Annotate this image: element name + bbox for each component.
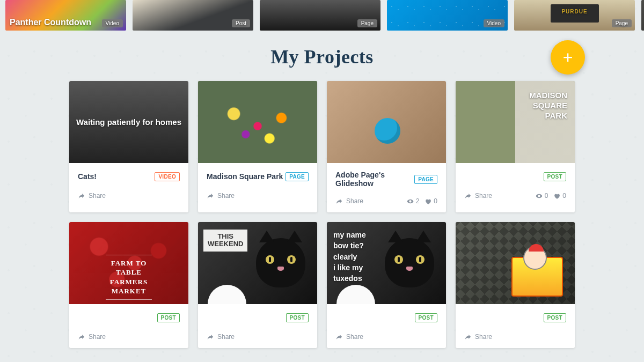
project-meta: POST bbox=[456, 304, 575, 329]
project-meta: Adobe Page's GlideshowPAGE bbox=[327, 163, 446, 193]
thumb-overlay-text: Waiting patiently for homes bbox=[76, 117, 181, 127]
project-type-badge: POST bbox=[544, 313, 566, 322]
featured-badge: Post bbox=[232, 19, 250, 27]
project-meta: POST bbox=[198, 304, 317, 329]
share-button[interactable]: Share bbox=[207, 333, 235, 341]
project-card[interactable]: Waiting patiently for homesCats!VIDEOSha… bbox=[69, 81, 188, 212]
project-type-badge: VIDEO bbox=[155, 172, 180, 181]
project-footer: Share20 bbox=[327, 193, 446, 212]
views-stat: 2 bbox=[407, 197, 420, 205]
project-type-badge: POST bbox=[415, 313, 437, 322]
featured-card[interactable]: Video bbox=[387, 0, 508, 31]
project-card[interactable]: my namebow tie?clearlyi like mytuxedosPO… bbox=[327, 222, 446, 348]
project-footer: Share bbox=[198, 188, 317, 207]
project-footer: Share bbox=[456, 329, 575, 348]
share-button[interactable]: Share bbox=[335, 197, 363, 205]
share-label: Share bbox=[89, 192, 106, 200]
project-footer: Share bbox=[69, 188, 188, 207]
project-thumbnail[interactable] bbox=[198, 81, 317, 163]
project-type-badge: POST bbox=[286, 313, 309, 322]
add-project-button[interactable]: + bbox=[551, 40, 585, 75]
project-card[interactable]: Madison Square ParkPAGEShare bbox=[198, 81, 317, 212]
project-thumbnail[interactable] bbox=[327, 81, 446, 163]
thumb-overlay-text: MADISONSQUAREPARK bbox=[529, 91, 567, 121]
brand-label: PURDUE bbox=[561, 9, 587, 14]
project-meta: POST bbox=[69, 304, 188, 329]
project-card[interactable]: FARM TOTABLEFARMERSMARKETPOSTShare bbox=[69, 222, 188, 348]
project-type-badge: PAGE bbox=[286, 172, 309, 181]
project-footer: Share bbox=[198, 329, 317, 348]
share-button[interactable]: Share bbox=[78, 333, 106, 341]
project-thumbnail[interactable]: THISWEEKEND bbox=[198, 222, 317, 304]
project-thumbnail[interactable]: MADISONSQUAREPARK bbox=[456, 81, 575, 163]
project-card[interactable]: POSTShare bbox=[456, 222, 575, 348]
share-label: Share bbox=[217, 192, 235, 200]
featured-card[interactable]: PURDUEPage bbox=[514, 0, 635, 31]
project-thumbnail[interactable] bbox=[456, 222, 575, 304]
project-meta: Cats!VIDEO bbox=[69, 163, 188, 188]
plus-icon: + bbox=[563, 48, 573, 68]
project-footer: Share bbox=[69, 329, 188, 348]
project-card[interactable]: THISWEEKENDPOSTShare bbox=[198, 222, 317, 348]
page-header: My Projects + bbox=[0, 31, 644, 81]
project-thumbnail[interactable]: my namebow tie?clearlyi like mytuxedos bbox=[327, 222, 446, 304]
share-button[interactable]: Share bbox=[207, 192, 235, 200]
thumb-overlay-text: my namebow tie?clearlyi like mytuxedos bbox=[333, 230, 366, 284]
share-label: Share bbox=[475, 192, 492, 200]
thumb-overlay-text: FARM TOTABLEFARMERSMARKET bbox=[106, 255, 152, 300]
project-footer: Share bbox=[327, 329, 446, 348]
clown-illustration bbox=[523, 246, 547, 270]
project-title: Adobe Page's Glideshow bbox=[335, 171, 414, 188]
share-button[interactable]: Share bbox=[464, 333, 492, 341]
likes-stat: 0 bbox=[425, 197, 437, 205]
project-title: Cats! bbox=[78, 172, 97, 181]
featured-badge: Video bbox=[102, 19, 123, 27]
share-label: Share bbox=[89, 333, 106, 341]
featured-badge: Page bbox=[357, 19, 377, 27]
featured-card[interactable]: Post bbox=[641, 0, 644, 31]
cat-illustration bbox=[256, 238, 305, 287]
featured-card[interactable]: Page bbox=[260, 0, 380, 31]
featured-card[interactable]: Post bbox=[133, 0, 253, 31]
project-type-badge: PAGE bbox=[414, 175, 437, 184]
project-meta: POST bbox=[327, 304, 446, 329]
project-card[interactable]: Adobe Page's GlideshowPAGEShare20 bbox=[327, 81, 446, 212]
featured-badge: Page bbox=[612, 19, 632, 27]
share-label: Share bbox=[346, 197, 363, 205]
featured-badge: Video bbox=[484, 19, 504, 27]
cat-illustration bbox=[385, 238, 434, 287]
project-title: Madison Square Park bbox=[207, 172, 283, 181]
project-footer: Share00 bbox=[456, 188, 575, 207]
share-button[interactable]: Share bbox=[78, 192, 106, 200]
project-type-badge: POST bbox=[157, 313, 180, 322]
projects-grid: Waiting patiently for homesCats!VIDEOSha… bbox=[0, 81, 644, 348]
featured-card[interactable]: Panther CountdownVideo bbox=[5, 0, 126, 31]
project-meta: POST bbox=[456, 163, 575, 188]
thumb-overlay-text: THISWEEKEND bbox=[203, 230, 247, 252]
project-thumbnail[interactable]: FARM TOTABLEFARMERSMARKET bbox=[69, 222, 188, 304]
project-stats: 00 bbox=[536, 192, 566, 200]
share-label: Share bbox=[217, 333, 235, 341]
share-button[interactable]: Share bbox=[464, 192, 492, 200]
likes-stat: 0 bbox=[553, 192, 566, 200]
project-type-badge: POST bbox=[544, 172, 566, 181]
share-label: Share bbox=[475, 333, 492, 341]
featured-strip: Panther CountdownVideo Post Page Video P… bbox=[0, 0, 644, 31]
project-card[interactable]: MADISONSQUAREPARKPOSTShare00 bbox=[456, 81, 575, 212]
project-stats: 20 bbox=[407, 197, 437, 205]
views-stat: 0 bbox=[536, 192, 548, 200]
featured-label: Panther Countdown bbox=[10, 18, 91, 27]
project-meta: Madison Square ParkPAGE bbox=[198, 163, 317, 188]
share-button[interactable]: Share bbox=[335, 333, 363, 341]
project-thumbnail[interactable]: Waiting patiently for homes bbox=[69, 81, 188, 163]
page-title: My Projects bbox=[270, 46, 374, 68]
share-label: Share bbox=[346, 333, 363, 341]
